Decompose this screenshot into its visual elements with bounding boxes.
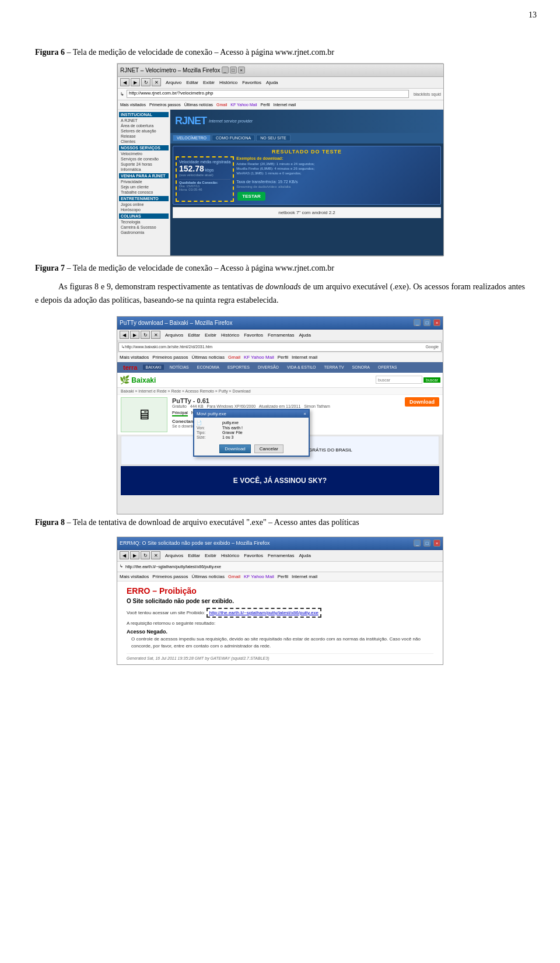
nav-primeiros-passos[interactable]: Primeiros passos — [149, 103, 181, 107]
nav-ultimas-noticias[interactable]: Últimas notícias — [184, 103, 213, 107]
tab-principal[interactable]: Principal — [172, 411, 188, 416]
menu-ajuda[interactable]: Ajuda — [266, 80, 278, 85]
sidebar-release[interactable]: Release — [119, 134, 169, 139]
err-menu-editar[interactable]: Editar — [188, 553, 200, 558]
sidebar-velocimetro[interactable]: Velocímetro — [119, 151, 169, 156]
nav-ultimas-noticias[interactable]: Últimas notícias — [192, 355, 225, 360]
sidebar-cobertura[interactable]: Área de cobertura — [119, 123, 169, 128]
err-menu-ferramentas[interactable]: Ferramentas — [268, 553, 294, 558]
back-btn[interactable]: ◀ — [120, 331, 129, 339]
topbar-noticias[interactable]: NOTÍCIAS — [167, 365, 191, 370]
err-menu-historico[interactable]: Histórico — [221, 553, 239, 558]
nav-perfil[interactable]: Perfil — [278, 574, 288, 579]
nav-perfil[interactable]: Perfil — [261, 103, 270, 107]
err-menu-ajuda[interactable]: Ajuda — [299, 553, 310, 558]
reload-btn[interactable]: ↻ — [141, 551, 150, 559]
modal-download-btn[interactable]: Download — [219, 444, 251, 453]
nav-gmail[interactable]: Gmail — [228, 355, 240, 360]
err-menu-exibir[interactable]: Exibir — [205, 553, 216, 558]
topbar-terra-tv[interactable]: TERRA TV — [322, 365, 346, 370]
max-btn[interactable]: □ — [424, 540, 430, 547]
sidebar-servicos-conexao[interactable]: Serviços de conexão — [119, 156, 169, 162]
menu-arquivo[interactable]: Arquivo — [166, 80, 181, 85]
err-menu-favoritos[interactable]: Favoritos — [244, 553, 263, 558]
tab-velocimetro[interactable]: VELOCÍMETRO — [173, 135, 211, 141]
error-url-link[interactable]: http://the.earth.li/~sgtatham/putty/late… — [206, 608, 321, 618]
sidebar-setores[interactable]: Setores de atuação — [119, 128, 169, 134]
forward-btn[interactable]: ▶ — [130, 331, 139, 339]
nav-yahoo[interactable]: KF Yahoo Mail — [230, 103, 257, 107]
topbar-sonora[interactable]: SONORA — [350, 365, 372, 370]
topbar-vida[interactable]: VIDA & ESTILO — [285, 365, 318, 370]
topbar-baixaki[interactable]: BAIXAKI — [143, 365, 163, 370]
search-input[interactable] — [376, 376, 422, 384]
menu-editar[interactable]: Editar — [188, 332, 200, 338]
menu-favoritos[interactable]: Favoritos — [242, 80, 261, 85]
stop-btn[interactable]: ✕ — [152, 78, 161, 86]
topbar-diversao[interactable]: DIVERSÃO — [256, 365, 281, 370]
modal-close-btn[interactable]: × — [303, 411, 306, 416]
min-btn[interactable]: _ — [414, 540, 421, 547]
nav-primeiros-passos[interactable]: Primeiros passos — [152, 574, 188, 579]
nav-yahoo[interactable]: KF Yahoo Mail — [244, 574, 274, 579]
menu-historico[interactable]: Histórico — [221, 332, 239, 338]
close-btn[interactable]: × — [238, 66, 245, 73]
sidebar-trabalhe[interactable]: Trabalhe conosco — [119, 190, 169, 195]
sidebar-informatica[interactable]: Informática — [119, 167, 169, 172]
error-address[interactable]: http://the.earth.li/~sgtatham/putty/late… — [125, 565, 440, 569]
back-btn[interactable]: ◀ — [120, 78, 130, 86]
nav-internet-mail[interactable]: Internet mail — [292, 574, 317, 579]
sidebar-suporte[interactable]: Suporte 24 horas — [119, 162, 169, 167]
tab-no-seu-site[interactable]: NO SEU SITE — [256, 135, 290, 141]
menu-exibir[interactable]: Exibir — [203, 80, 215, 85]
nav-internet-mail[interactable]: Internet mail — [292, 355, 317, 360]
tab-como-funciona[interactable]: COMO FUNCIONA — [212, 135, 255, 141]
nav-mais-visitados[interactable]: Mais visitados — [120, 355, 149, 360]
sidebar-gastronomia[interactable]: Gastronomia — [119, 230, 169, 235]
err-menu-arquivos[interactable]: Arquivos — [165, 553, 183, 558]
min-btn[interactable]: _ — [414, 319, 421, 326]
nav-primeiros-passos[interactable]: Primeiros passos — [152, 355, 188, 360]
test-button[interactable]: TESTAR — [237, 192, 265, 201]
reload-btn[interactable]: ↻ — [141, 331, 150, 339]
nav-gmail[interactable]: Gmail — [228, 574, 240, 579]
search-button[interactable]: buscar — [424, 377, 440, 383]
nav-ultimas-noticias[interactable]: Últimas notícias — [192, 574, 225, 579]
nav-perfil[interactable]: Perfil — [278, 355, 288, 360]
menu-editar[interactable]: Editar — [186, 80, 198, 85]
minimize-btn[interactable]: _ — [222, 66, 229, 73]
modal-cancel-btn[interactable]: Cancelar — [254, 444, 284, 453]
menu-ferramentas[interactable]: Ferramentas — [268, 332, 294, 338]
menu-favoritos[interactable]: Favoritos — [244, 332, 263, 338]
nav-mais-visitados[interactable]: Mais visitados — [120, 103, 146, 107]
address-input[interactable]: http://www.rjnet.com.br/?velocimetro.php — [127, 90, 409, 98]
menu-historico[interactable]: Histórico — [219, 80, 237, 85]
nav-internet-mail[interactable]: Internet mail — [274, 103, 296, 107]
nav-gmail[interactable]: Gmail — [216, 103, 227, 107]
sidebar-a-rjnet[interactable]: A RJNET — [119, 118, 169, 123]
topbar-esportes[interactable]: ESPORTES — [225, 365, 252, 370]
close-btn[interactable]: × — [433, 540, 440, 547]
baixaki-address[interactable]: http://www.baixaki.com.br/site.html/2/d/… — [125, 345, 422, 349]
sidebar-carreira[interactable]: Carreira & Sucesso — [119, 225, 169, 230]
topbar-economia[interactable]: ECONOMIA — [195, 365, 222, 370]
download-button[interactable]: Download — [405, 397, 439, 407]
nav-yahoo[interactable]: KF Yahoo Mail — [244, 355, 274, 360]
sidebar-jogos[interactable]: Jogos online — [119, 202, 169, 207]
maximize-btn[interactable]: □ — [230, 66, 237, 73]
topbar-ofertas[interactable]: OFERTAS — [376, 365, 399, 370]
sidebar-horoscopo[interactable]: Horóscopo — [119, 207, 169, 212]
stop-btn[interactable]: ✕ — [151, 551, 160, 559]
menu-exibir[interactable]: Exibir — [205, 332, 216, 338]
close-btn[interactable]: × — [433, 319, 440, 326]
reload-btn[interactable]: ↻ — [141, 78, 150, 86]
max-btn[interactable]: □ — [424, 319, 430, 326]
stop-btn[interactable]: ✕ — [151, 331, 160, 339]
sidebar-tecnologia[interactable]: Tecnologia — [119, 219, 169, 225]
error-url[interactable]: http://the.earth.li/~sgtatham/putty/late… — [206, 610, 321, 615]
sidebar-privacidade[interactable]: Privacidade — [119, 179, 169, 184]
menu-arquivos[interactable]: Arquivos — [165, 332, 183, 338]
sidebar-seja-cliente[interactable]: Seja um cliente — [119, 184, 169, 190]
sidebar-clientes[interactable]: Clientes — [119, 139, 169, 144]
back-btn[interactable]: ◀ — [120, 551, 129, 559]
